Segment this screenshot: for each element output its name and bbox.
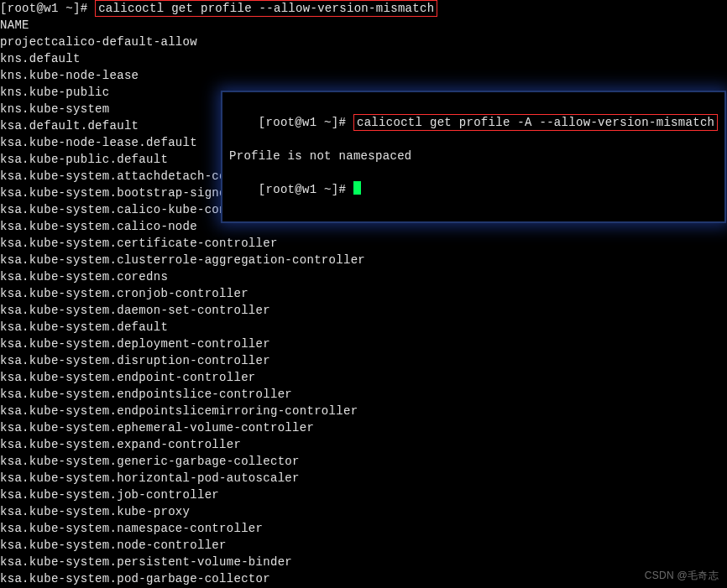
main-command-highlight: calicoctl get profile --allow-version-mi… — [95, 0, 437, 17]
output-row: ksa.kube-system.generic-garbage-collecto… — [0, 453, 727, 470]
output-row: ksa.kube-system.endpoint-controller — [0, 369, 727, 386]
output-row: ksa.kube-system.disruption-controller — [0, 352, 727, 369]
terminal-overlay[interactable]: [root@w1 ~]# calicoctl get profile -A --… — [221, 91, 726, 223]
output-row: ksa.kube-system.endpointslice-controller — [0, 386, 727, 403]
output-row: ksa.kube-system.coredns — [0, 268, 727, 285]
output-row: projectcalico-default-allow — [0, 34, 727, 50]
output-row: ksa.kube-system.cronjob-controller — [0, 285, 727, 302]
output-row: ksa.kube-system.clusterrole-aggregation-… — [0, 252, 727, 268]
output-row: ksa.kube-system.namespace-controller — [0, 520, 727, 537]
output-row: ksa.kube-system.endpointslicemirroring-c… — [0, 403, 727, 419]
output-row: ksa.kube-system.job-controller — [0, 487, 727, 503]
watermark-text: CSDN @毛奇志 — [645, 569, 719, 583]
output-row: ksa.kube-system.expand-controller — [0, 436, 727, 453]
output-row: kns.default — [0, 50, 727, 67]
terminal-line: [root@w1 ~]# calicoctl get profile --all… — [0, 0, 727, 17]
overlay-command-highlight: calicoctl get profile -A --allow-version… — [353, 114, 718, 131]
overlay-response: Profile is not namespaced — [229, 148, 718, 164]
output-row: ksa.kube-system.daemon-set-controller — [0, 302, 727, 319]
prompt-text: [root@w1 ~]# — [0, 2, 95, 15]
output-header: NAME — [0, 17, 727, 34]
output-row: ksa.kube-system.default — [0, 319, 727, 336]
output-row: ksa.kube-system.certificate-controller — [0, 235, 727, 252]
output-row: ksa.kube-system.pod-garbage-collector — [0, 570, 727, 587]
cursor-icon — [353, 181, 361, 195]
output-row: ksa.kube-system.deployment-controller — [0, 336, 727, 352]
terminal-main[interactable]: [root@w1 ~]# calicoctl get profile --all… — [0, 0, 727, 588]
overlay-prompt-2: [root@w1 ~]# — [259, 183, 353, 196]
output-row: ksa.kube-system.node-controller — [0, 537, 727, 554]
output-row: ksa.kube-system.persistent-volume-binder — [0, 554, 727, 570]
output-row: kns.kube-node-lease — [0, 67, 727, 84]
output-row: ksa.kube-system.horizontal-pod-autoscale… — [0, 470, 727, 487]
output-row: ksa.kube-system.ephemeral-volume-control… — [0, 419, 727, 436]
overlay-prompt: [root@w1 ~]# — [259, 116, 353, 129]
output-row: ksa.kube-system.kube-proxy — [0, 503, 727, 520]
